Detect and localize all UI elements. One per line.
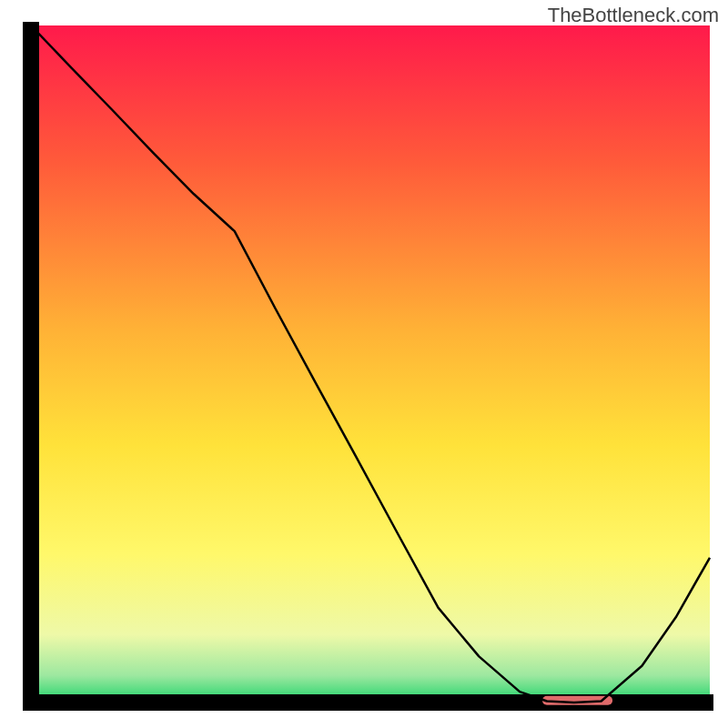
chart-container: TheBottleneck.com — [0, 0, 728, 728]
bottleneck-chart — [0, 0, 728, 728]
plot-background — [31, 25, 710, 703]
